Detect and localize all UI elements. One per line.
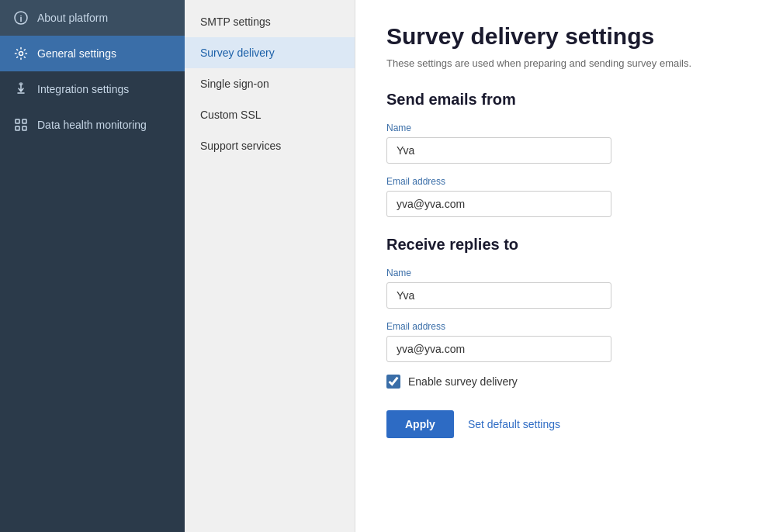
send-section-title: Send emails from xyxy=(386,91,738,109)
svg-rect-5 xyxy=(23,119,26,123)
send-email-input[interactable] xyxy=(386,191,611,217)
subnav-item-survey-delivery[interactable]: Survey delivery xyxy=(185,37,355,68)
send-email-group: Email address xyxy=(386,176,738,217)
subnav-item-single-sign-on[interactable]: Single sign-on xyxy=(185,68,355,99)
info-icon: i xyxy=(14,11,28,25)
action-row: Apply Set default settings xyxy=(386,410,738,438)
gear-icon xyxy=(14,47,28,60)
main-panel: Survey delivery settings These settings … xyxy=(355,0,769,532)
svg-rect-7 xyxy=(23,126,26,130)
page-title: Survey delivery settings xyxy=(386,23,738,50)
subnav-item-smtp[interactable]: SMTP settings xyxy=(185,6,355,37)
receive-name-label: Name xyxy=(386,268,738,278)
receive-section-title: Receive replies to xyxy=(386,236,738,254)
svg-rect-4 xyxy=(16,119,19,123)
sidebar-item-label-about: About platform xyxy=(37,12,108,24)
send-name-label: Name xyxy=(386,123,738,133)
page-subtitle: These settings are used when preparing a… xyxy=(386,57,738,69)
enable-survey-delivery-checkbox[interactable] xyxy=(386,375,400,389)
receive-email-label: Email address xyxy=(386,321,738,332)
receive-name-input[interactable] xyxy=(386,282,611,309)
receive-email-input[interactable] xyxy=(386,336,611,362)
sidebar: i About platform General settings Integr… xyxy=(0,0,185,532)
subnav-item-custom-ssl[interactable]: Custom SSL xyxy=(185,99,355,130)
svg-rect-6 xyxy=(16,126,19,130)
sidebar-item-label-integration: Integration settings xyxy=(37,83,129,95)
set-default-button[interactable]: Set default settings xyxy=(468,418,560,430)
receive-email-group: Email address xyxy=(386,321,738,362)
grid-icon xyxy=(14,118,28,132)
sidebar-item-label-data-health: Data health monitoring xyxy=(37,119,147,131)
enable-survey-delivery-label[interactable]: Enable survey delivery xyxy=(408,375,518,388)
sidebar-item-label-general: General settings xyxy=(37,47,116,60)
apply-button[interactable]: Apply xyxy=(386,410,454,438)
sidebar-item-data-health[interactable]: Data health monitoring xyxy=(0,107,185,143)
send-email-label: Email address xyxy=(386,176,738,187)
enable-checkbox-row: Enable survey delivery xyxy=(386,375,738,389)
receive-name-group: Name xyxy=(386,268,738,309)
svg-point-2 xyxy=(19,52,23,56)
send-name-input[interactable] xyxy=(386,137,611,164)
subnav: SMTP settings Survey delivery Single sig… xyxy=(185,0,355,532)
sidebar-item-about-platform[interactable]: i About platform xyxy=(0,0,185,36)
sidebar-item-general-settings[interactable]: General settings xyxy=(0,36,185,71)
sidebar-item-integration-settings[interactable]: Integration settings xyxy=(0,71,185,107)
send-name-group: Name xyxy=(386,123,738,164)
svg-text:i: i xyxy=(19,14,22,23)
usb-icon xyxy=(14,82,28,96)
subnav-item-support-services[interactable]: Support services xyxy=(185,130,355,161)
